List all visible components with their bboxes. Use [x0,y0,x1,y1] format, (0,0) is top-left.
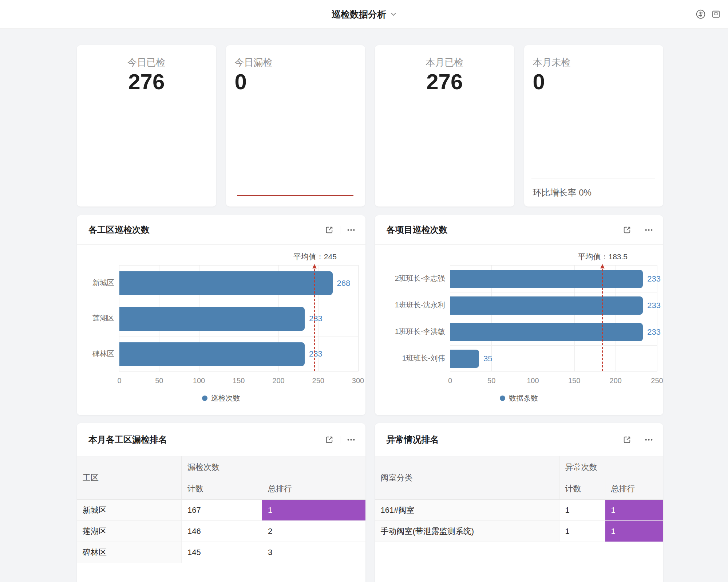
panel-header: 各项目巡检次数 [375,215,664,245]
gridline [450,292,657,292]
topbar-icons [695,0,721,28]
bar [450,296,643,315]
panel-header: 各工区巡检次数 [77,215,365,245]
gridline [450,345,657,346]
external-link-icon[interactable] [324,435,334,445]
stats-row: 今日已检 276 今日漏检 0 本月已检 276 本月未检 0 环比增长率 0% [77,45,663,207]
topbar: 巡检数据分析 [0,0,728,29]
cell-name: 新城区 [77,500,182,520]
external-link-icon[interactable] [622,225,632,235]
stat-card-checked-today: 今日已检 276 [77,45,216,207]
ranking-table-valve-rooms: 阀室分类异常次数计数总排行161#阀室11手动阀室(带泄露监测系统)11 [375,456,664,542]
bar [450,270,643,288]
x-tick-label: 100 [193,377,205,385]
table-row: 碑林区1453 [77,542,365,563]
cell-name: 莲湖区 [77,521,182,542]
table-row: 莲湖区1462 [77,521,365,542]
ellipsis-icon[interactable] [346,435,356,445]
category-label: 1班班长-沈永利 [375,292,445,318]
x-tick-label: 250 [651,377,663,385]
panel-header: 异常情况排名 [375,423,664,456]
legend-dot-icon [500,396,505,401]
group-header: 异常次数 [559,456,664,478]
divider [638,436,638,444]
x-axis-ticks: 050100150200250300 [119,377,358,386]
dashboard-title-dropdown[interactable]: 巡检数据分析 [332,0,396,28]
panel-header: 本月各工区漏检排名 [77,423,365,456]
x-tick-label: 0 [448,377,452,385]
bar-chart-projects: 23323323335平均值：183.52班班长-李志强1班班长-沈永利1班班长… [375,245,664,415]
stat-label: 今日漏检 [235,56,357,68]
chart-card-workzone-inspections: 各工区巡检次数 268233233平均值：245新城区莲湖区碑林区0501001… [77,215,365,415]
table-header-group: 漏检次数计数总排行 [182,456,365,499]
table-row: 新城区1671 [77,500,365,521]
legend-item[interactable]: 数据条数 [500,393,538,403]
ranking-table-workzones: 工区漏检次数计数总排行新城区1671莲湖区1462碑林区1453 [77,456,365,563]
stat-value: 0 [533,70,655,94]
sub-header-row: 计数总排行 [559,478,664,499]
average-arrow-icon [600,264,605,268]
growth-rate-text: 环比增长率 0% [531,178,656,207]
dashboard-content: 今日已检 276 今日漏检 0 本月已检 276 本月未检 0 环比增长率 0%… [0,29,728,582]
legend-item[interactable]: 巡检次数 [202,393,240,403]
category-label: 莲湖区 [77,300,114,336]
plot-area: 23323323335平均值：183.5 [450,265,658,371]
plot-area: 268233233平均值：245 [119,265,359,371]
stat-label: 本月已检 [384,56,506,68]
charts-row: 各工区巡检次数 268233233平均值：245新城区莲湖区碑林区0501001… [77,215,663,415]
x-tick-label: 50 [487,377,495,385]
category-label: 碑林区 [77,336,114,371]
category-label: 新城区 [77,265,114,300]
stat-value: 0 [235,70,357,94]
cell-rank: 3 [262,542,365,563]
cell-count: 1 [559,500,605,520]
cell-rank: 2 [262,521,365,542]
table-card-abnormal-ranking: 异常情况排名 阀室分类异常次数计数总排行161#阀室11手动阀室(带泄露监测系统… [375,423,664,582]
category-label: 2班班长-李志强 [375,265,445,292]
stat-value: 276 [384,70,506,94]
cell-rank: 1 [605,500,664,520]
gridline [119,337,358,337]
sub-header-count: 计数 [182,478,262,499]
gridline [450,319,657,319]
column-header: 阀室分类 [375,456,559,499]
bar [450,323,643,341]
sub-header-row: 计数总排行 [182,478,365,499]
legend-dot-icon [202,396,207,401]
cell-count: 1 [559,521,605,542]
x-tick-label: 50 [155,377,163,385]
divider [340,226,340,234]
average-line: 平均值：245 [314,266,315,371]
window-icon[interactable] [711,9,721,20]
category-label: 1班班长-刘伟 [375,345,445,371]
chart-title: 各工区巡检次数 [88,224,150,236]
page-title: 巡检数据分析 [332,8,386,20]
table-row: 手动阀室(带泄露监测系统)11 [375,521,664,542]
stat-card-missed-today: 今日漏检 0 [226,45,365,207]
table-header-group: 异常次数计数总排行 [559,456,664,499]
panel-actions [622,225,654,235]
chart-title: 各项目巡检次数 [387,224,448,236]
legend-label: 数据条数 [509,393,538,403]
ellipsis-icon[interactable] [346,225,356,235]
group-header: 漏检次数 [182,456,365,478]
swap-icon[interactable] [695,9,706,20]
external-link-icon[interactable] [324,225,334,235]
average-label: 平均值：245 [293,252,337,262]
cell-name: 161#阀室 [375,500,559,520]
panel-actions [324,225,356,235]
x-tick-label: 0 [117,377,121,385]
bar-chart-workzones: 268233233平均值：245新城区莲湖区碑林区050100150200250… [77,245,365,415]
x-tick-label: 300 [352,377,364,385]
sub-header-count: 计数 [559,478,605,499]
ellipsis-icon[interactable] [644,435,654,445]
bar-value-label: 35 [483,354,492,363]
cell-name: 手动阀室(带泄露监测系统) [375,521,559,542]
chart-legend: 巡检次数 [77,393,365,403]
column-header: 工区 [77,456,182,499]
bar [119,307,305,331]
ellipsis-icon[interactable] [644,225,654,235]
chart-legend: 数据条数 [375,393,664,403]
external-link-icon[interactable] [622,435,632,445]
cell-count: 145 [182,542,262,563]
